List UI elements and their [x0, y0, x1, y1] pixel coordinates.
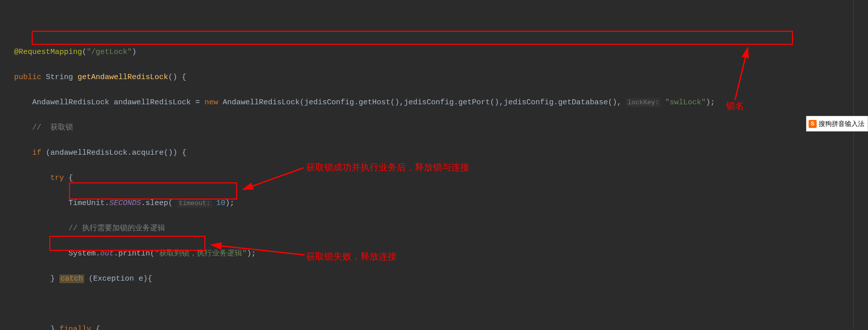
type: String: [46, 73, 73, 82]
type: AndawellRedisLock: [32, 98, 109, 107]
code-line: TimeUnit.SECONDS.sleep( timeout: 10);: [14, 197, 868, 210]
code-line: [14, 298, 868, 310]
keyword: try: [50, 174, 64, 182]
method-call: getPort: [458, 98, 490, 107]
string-literal: "/getLock": [87, 48, 132, 56]
variable: e: [138, 275, 143, 283]
static-field: out: [100, 249, 114, 258]
method-declaration: getAndawellRedisLock: [78, 73, 168, 82]
code-line: @RequestMapping("/getLock"): [14, 46, 868, 58]
variable: jedisConfig: [503, 98, 553, 107]
type: Exception: [93, 275, 134, 283]
keyword-highlighted: catch: [59, 275, 84, 283]
code-line: } catch (Exception e){: [14, 273, 868, 285]
code-line: [14, 21, 868, 33]
code-line: AndawellRedisLock andawellRedisLock = ne…: [14, 96, 868, 109]
static-field: SECONDS: [109, 199, 141, 208]
type: TimeUnit: [68, 199, 105, 208]
variable: jedisConfig: [404, 98, 454, 107]
string-literal: "获取到锁，执行业务逻辑": [155, 249, 247, 258]
comment: // 获取锁: [32, 123, 73, 132]
code-line: } finally {: [14, 323, 868, 330]
annotation: @RequestMapping: [14, 48, 82, 56]
keyword: public: [14, 73, 41, 82]
method-call: println: [118, 249, 150, 258]
code-line: try {: [14, 172, 868, 184]
ime-label: 搜狗拼音输入法: [819, 117, 864, 130]
sogou-icon: S: [809, 120, 817, 128]
string-literal: "swlLock": [665, 98, 706, 107]
constructor: AndawellRedisLock: [223, 98, 300, 107]
keyword: new: [204, 98, 218, 107]
code-editor-area[interactable]: @RequestMapping("/getLock") public Strin…: [0, 0, 868, 330]
variable: andawellRedisLock: [50, 149, 127, 157]
variable: jedisConfig: [304, 98, 354, 107]
parameter-hint: timeout:: [177, 199, 211, 208]
parameter-hint: lockKey:: [626, 98, 660, 107]
ime-indicator[interactable]: S 搜狗拼音输入法: [806, 116, 868, 131]
keyword: finally: [59, 325, 91, 330]
code-line: public String getAndawellRedisLock() {: [14, 71, 868, 84]
type: System: [68, 249, 96, 258]
code-line: if (andawellRedisLock.acquire()) {: [14, 147, 868, 159]
method-call: acquire: [132, 149, 164, 157]
variable: andawellRedisLock: [114, 98, 191, 107]
comment: // 执行需要加锁的业务逻辑: [68, 224, 165, 233]
method-call: getDatabase: [558, 98, 608, 107]
method-call: sleep: [146, 199, 168, 208]
editor-right-margin: [853, 0, 854, 330]
code-line: // 获取锁: [14, 121, 868, 134]
method-call: getHost: [358, 98, 390, 107]
code-line: // 执行需要加锁的业务逻辑: [14, 222, 868, 235]
number-literal: 10: [216, 199, 226, 208]
keyword: if: [32, 149, 41, 157]
code-line: System.out.println("获取到锁，执行业务逻辑");: [14, 247, 868, 260]
